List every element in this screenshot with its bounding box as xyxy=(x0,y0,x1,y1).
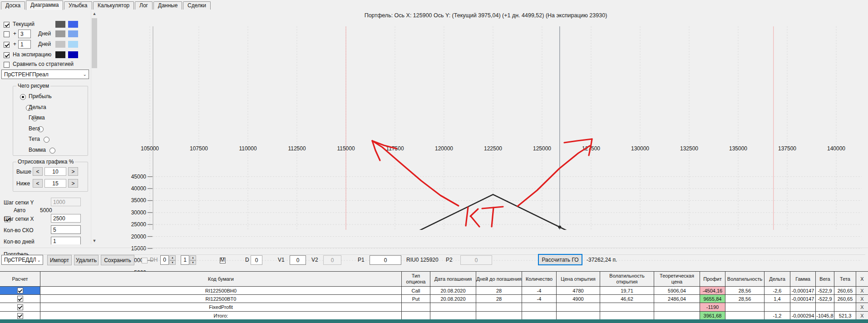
above-percent-input[interactable] xyxy=(44,167,66,176)
radio-вомма[interactable] xyxy=(49,148,55,154)
column-header[interactable]: Профит xyxy=(700,272,725,286)
sidebar-scrollbar[interactable]: ▲ ▼ xyxy=(91,10,98,244)
column-header[interactable]: Дельта xyxy=(764,272,790,286)
v2-input[interactable] xyxy=(323,255,341,265)
column-header[interactable]: Расчет xyxy=(0,272,40,286)
column-header[interactable]: Теоретическая цена xyxy=(654,272,700,286)
calc-checkbox[interactable] xyxy=(17,313,23,319)
row-calc-checkbox-cell[interactable] xyxy=(0,295,40,303)
cell-open_vol xyxy=(600,312,654,320)
dh-spinner-1[interactable]: 0 ▲▼ xyxy=(160,255,176,265)
column-header[interactable]: Дней до погашения xyxy=(476,272,522,286)
calc-checkbox[interactable] xyxy=(17,288,23,293)
expiration-checkbox[interactable] xyxy=(4,52,10,58)
current-checkbox[interactable] xyxy=(4,22,10,28)
column-header[interactable]: Гамма xyxy=(790,272,815,286)
grid-step-y-input[interactable] xyxy=(51,198,81,206)
tab-данные[interactable]: Данные xyxy=(153,1,182,10)
expiration-line-swatch[interactable] xyxy=(55,51,65,58)
tab-сделки[interactable]: Сделки xyxy=(183,1,211,10)
sko-count-input[interactable] xyxy=(51,225,81,234)
radio-тета[interactable] xyxy=(44,137,49,143)
plus1-marker-swatch[interactable] xyxy=(68,41,78,48)
cell-open_vol: 46,62 xyxy=(600,295,654,303)
svg-text:45000: 45000 xyxy=(131,174,147,180)
plus-sign: + xyxy=(13,41,16,47)
plus3-line-swatch[interactable] xyxy=(55,30,65,37)
radio-label-гамма: Гамма xyxy=(29,114,45,121)
cell-vol: 28,56 xyxy=(725,287,764,294)
row-calc-checkbox-cell[interactable] xyxy=(0,312,40,320)
tab-калькулятор[interactable]: Калькулятор xyxy=(93,1,134,10)
column-header[interactable]: Тета xyxy=(834,272,856,286)
below-decrement-button[interactable]: < xyxy=(33,179,43,188)
column-header[interactable]: Код бумаги xyxy=(40,272,401,286)
calc-checkbox[interactable] xyxy=(17,304,23,310)
column-header[interactable]: Количество xyxy=(522,272,556,286)
scrollbar-thumb[interactable] xyxy=(92,18,97,68)
remove-row-button[interactable]: X xyxy=(856,303,868,311)
tab-лог[interactable]: Лог xyxy=(135,1,153,10)
expiration-marker-swatch[interactable] xyxy=(68,51,78,58)
column-header[interactable]: Волатильность xyxy=(725,272,764,286)
compare-strategy-label: Сравнить со стратегией xyxy=(13,61,74,67)
plus3-days-input[interactable] xyxy=(18,30,31,38)
above-increment-button[interactable]: > xyxy=(68,167,78,176)
plus3-checkbox[interactable] xyxy=(4,31,10,37)
p2-input[interactable] xyxy=(460,255,492,265)
calc-checkbox[interactable] xyxy=(17,296,23,302)
grid-step-x-input[interactable] xyxy=(51,214,81,223)
cell-type xyxy=(402,312,430,320)
cell-type: Call xyxy=(402,287,430,294)
plus1-line-swatch[interactable] xyxy=(55,41,65,48)
d-input[interactable] xyxy=(251,255,262,265)
below-increment-button[interactable]: > xyxy=(68,179,78,188)
tab-диаграмма[interactable]: Диаграмма xyxy=(26,0,63,10)
column-header[interactable]: Дата погашения xyxy=(430,272,476,286)
below-percent-input[interactable] xyxy=(44,179,66,188)
scroll-down-icon[interactable]: ▼ xyxy=(91,238,98,244)
auto-grid-value: 5000 xyxy=(40,207,52,214)
column-header[interactable]: X xyxy=(856,272,868,286)
cell-vega: -522,9 xyxy=(816,295,834,303)
plus1-days-input[interactable] xyxy=(18,40,31,49)
calc-go-button[interactable]: Рассчитать ГО xyxy=(538,254,582,265)
radio-прибыль[interactable] xyxy=(20,94,26,100)
column-header[interactable]: Вега xyxy=(816,272,834,286)
row-calc-checkbox-cell[interactable] xyxy=(0,287,40,294)
dh-checkbox[interactable] xyxy=(142,258,148,263)
remove-row-button[interactable]: X xyxy=(856,312,868,320)
scroll-up-icon[interactable]: ▲ xyxy=(91,10,98,17)
p1-input[interactable] xyxy=(370,255,401,265)
import-button[interactable]: Импорт xyxy=(47,255,72,265)
days-count-input[interactable] xyxy=(51,237,81,244)
portfolio-combobox[interactable]: ПрСТРЕДДЛ ⌄ xyxy=(1,255,43,265)
row-calc-checkbox-cell[interactable] xyxy=(0,303,40,311)
tab-доска[interactable]: Доска xyxy=(1,1,25,10)
cell-gamma xyxy=(790,303,815,311)
plus3-marker-swatch[interactable] xyxy=(68,30,78,37)
cell-days: 28 xyxy=(476,287,522,294)
compare-strategy-checkbox[interactable] xyxy=(4,62,10,68)
remove-row-button[interactable]: X xyxy=(856,295,868,303)
dh-spinner-2[interactable]: 1 ▲▼ xyxy=(181,255,196,265)
spin-down-icon[interactable]: ▼ xyxy=(190,260,196,265)
v1-input[interactable] xyxy=(290,255,306,265)
spin-up-icon[interactable]: ▲ xyxy=(169,255,176,260)
strategy-combobox[interactable]: ПрСТРЕНГПреал ⌄ xyxy=(1,70,89,79)
cell-qty: -4 xyxy=(522,295,556,303)
column-header[interactable]: Цена открытия xyxy=(557,272,600,286)
save-button[interactable]: Сохранить xyxy=(101,255,134,265)
spin-down-icon[interactable]: ▼ xyxy=(169,260,176,265)
column-header[interactable]: Тип опциона xyxy=(402,272,430,286)
above-decrement-button[interactable]: < xyxy=(33,167,43,176)
remove-row-button[interactable]: X xyxy=(856,287,868,294)
current-marker-swatch[interactable] xyxy=(68,21,78,28)
current-line-swatch[interactable] xyxy=(55,21,65,28)
spin-up-icon[interactable]: ▲ xyxy=(190,255,196,260)
hand-annotation-stroke xyxy=(492,208,493,227)
delete-button[interactable]: Удалить xyxy=(74,255,99,265)
tab-улыбка[interactable]: Улыбка xyxy=(64,1,92,10)
column-header[interactable]: Волатильность открытия xyxy=(600,272,654,286)
plus1-checkbox[interactable] xyxy=(4,42,10,48)
